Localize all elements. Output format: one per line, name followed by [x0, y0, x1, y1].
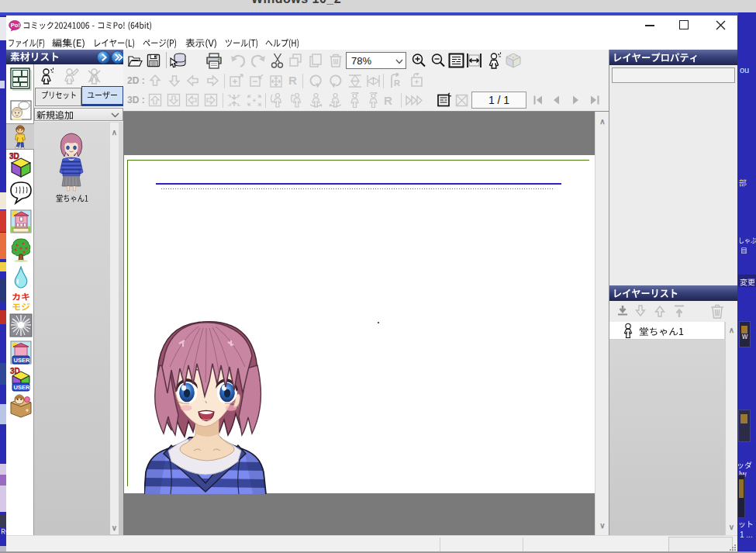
svg-text:USER: USER — [14, 357, 30, 364]
svg-text:R: R — [394, 78, 400, 88]
svg-text:3D: 3D — [9, 152, 19, 161]
svg-text:Po!: Po! — [11, 22, 20, 29]
svg-text:USER: USER — [14, 384, 30, 391]
